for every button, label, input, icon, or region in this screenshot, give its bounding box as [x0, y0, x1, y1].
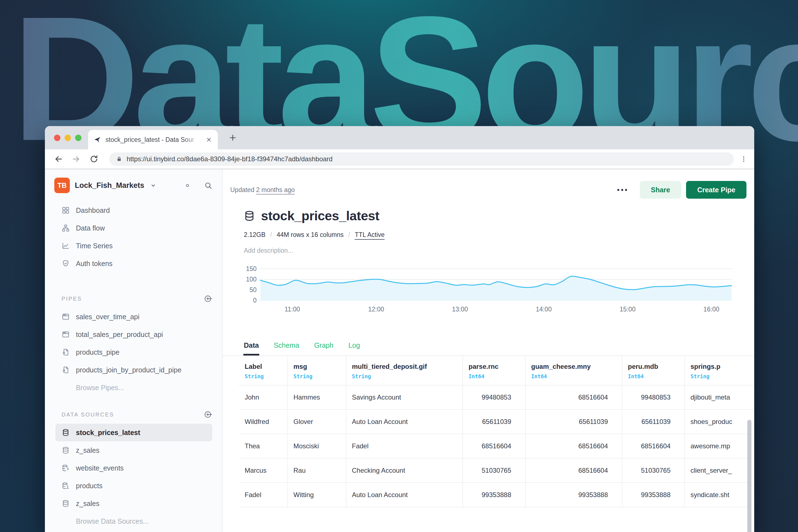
sidebar-item-auth-tokens[interactable]: Auth tokens — [45, 255, 222, 272]
table-cell: Witting — [288, 483, 346, 507]
size-stat: 2.12GB — [244, 231, 265, 239]
svg-text:12:00: 12:00 — [368, 306, 384, 313]
sidebar-item-data-flow[interactable]: Data flow — [45, 219, 222, 237]
column-header-guam_cheese.mny[interactable]: guam_cheese.mnyInt64 — [525, 356, 622, 385]
reload-icon[interactable] — [89, 154, 99, 164]
ttl-active-link[interactable]: TTL Active — [355, 231, 385, 240]
data-preview-table: LabelStringmsgStringmulti_tiered_deposit… — [239, 356, 754, 507]
sidebar-item-label: products_pipe — [76, 348, 119, 356]
section-title: DATA SOURCES — [61, 412, 204, 418]
column-header-parse.rnc[interactable]: parse.rncInt64 — [463, 356, 525, 385]
content-tabs: DataSchemaGraphLog — [244, 341, 754, 356]
updated-link[interactable]: 2 months ago — [256, 186, 294, 194]
browse-link[interactable]: Browse Data Sources... — [45, 512, 222, 530]
svg-text:150: 150 — [246, 265, 256, 272]
table-cell: Auto Loan Account — [346, 410, 463, 434]
column-header-peru.mdb[interactable]: peru.mdbInt64 — [622, 356, 685, 385]
time-series-icon — [61, 242, 70, 250]
sidebar-item-dashboard[interactable]: Dashboard — [45, 202, 222, 219]
tab-graph[interactable]: Graph — [314, 341, 333, 356]
svg-text:50: 50 — [249, 286, 256, 293]
column-header-springs.p[interactable]: springs.pString — [685, 356, 754, 385]
traffic-light-zoom-button[interactable] — [75, 135, 81, 141]
title-row: stock_prices_latest — [243, 208, 754, 223]
table-cell: 99353888 — [525, 483, 622, 507]
tab-log[interactable]: Log — [348, 341, 360, 356]
svg-text:0: 0 — [253, 297, 256, 304]
sidebar-nav: DashboardData flowTime SeriesAuth tokens — [45, 202, 222, 272]
sidebar: TB Lock_Fish_Markets DashboardData flowT… — [45, 169, 223, 532]
sidebar-item-website_events[interactable]: website_events — [45, 459, 222, 477]
table-row[interactable]: MarcusRauChecking Account510307656851660… — [239, 458, 754, 483]
column-type: Int64 — [469, 373, 525, 379]
column-type: String — [293, 373, 346, 379]
svg-text:14:00: 14:00 — [536, 306, 552, 313]
table-cell: djibouti_meta — [685, 385, 754, 410]
sidebar-item-stock_prices_latest[interactable]: stock_prices_latest — [55, 424, 212, 441]
table-cell: 99480853 — [463, 385, 525, 410]
browser-tab[interactable]: stock_prices_latest - Data Sour — [88, 130, 218, 149]
table-row[interactable]: WildfredGloverAuto Loan Account656110396… — [239, 410, 754, 434]
auth-tokens-shield-icon — [61, 259, 70, 268]
tab-data[interactable]: Data — [244, 341, 259, 356]
sidebar-item-sales_over_time_api[interactable]: sales_over_time_api — [45, 308, 222, 326]
table-cell: Rau — [288, 458, 346, 483]
tab-close-icon[interactable] — [206, 136, 212, 143]
sidebar-item-products_join_by_product_id_pipe[interactable]: products_join_by_product_id_pipe — [45, 361, 222, 379]
table-cell: Checking Account — [346, 458, 463, 483]
database-bolt-icon — [61, 464, 70, 472]
table-cell: Auto Loan Account — [346, 483, 463, 507]
sidebar-item-label: Dashboard — [76, 206, 110, 214]
sidebar-item-total_sales_per_product_api[interactable]: total_sales_per_product_api — [45, 326, 222, 343]
add-pipe-button[interactable] — [204, 294, 212, 303]
browse-link[interactable]: Browse Pipes... — [45, 379, 222, 397]
table-cell: Thea — [239, 434, 288, 458]
column-header-Label[interactable]: LabelString — [239, 356, 288, 385]
forward-icon[interactable] — [72, 154, 81, 164]
table-row[interactable]: FadelWittingAuto Loan Account99353888993… — [239, 483, 754, 507]
add-description-field[interactable]: Add description... — [244, 247, 754, 254]
sidebar-item-z_sales[interactable]: z_sales — [45, 495, 222, 512]
table-row[interactable]: JohnHammesSavings Account994808536851660… — [239, 385, 754, 410]
share-button[interactable]: Share — [640, 181, 681, 199]
sidebar-item-label: total_sales_per_product_api — [76, 330, 163, 339]
create-pipe-button[interactable]: Create Pipe — [686, 181, 746, 199]
chevron-down-icon[interactable] — [150, 182, 156, 189]
table-cell: Glover — [288, 410, 346, 434]
ingestion-rate-chart: 05010015011:0012:0013:0014:0015:0016:00 — [235, 264, 754, 315]
address-bar[interactable]: https://ui.tinybird.co/8dae6a-8309-84je-… — [109, 152, 734, 166]
sidebar-item-time-series[interactable]: Time Series — [45, 237, 222, 255]
traffic-light-close-button[interactable] — [54, 135, 60, 141]
search-icon[interactable] — [204, 181, 212, 190]
browser-menu-kebab-icon[interactable] — [740, 155, 747, 163]
table-cell: Fadel — [346, 434, 463, 458]
table-row[interactable]: TheaMosciskiFadel68516604685166046851660… — [239, 434, 754, 458]
tab-schema[interactable]: Schema — [274, 341, 299, 356]
gear-icon[interactable] — [183, 181, 192, 190]
sidebar-section: DATA SOURCESstock_prices_latestz_saleswe… — [45, 410, 222, 530]
new-tab-button[interactable] — [228, 133, 237, 142]
sidebar-item-label: Time Series — [76, 242, 113, 250]
add-data-source-button[interactable] — [204, 410, 212, 419]
table-cell: 51030765 — [463, 458, 525, 483]
svg-text:13:00: 13:00 — [452, 306, 468, 313]
database-icon — [61, 499, 70, 508]
url-text: https://ui.tinybird.co/8dae6a-8309-84je-… — [127, 155, 332, 163]
sidebar-item-label: website_events — [76, 464, 124, 472]
more-options-button[interactable] — [618, 181, 627, 199]
column-header-msg[interactable]: msgString — [288, 356, 346, 385]
table-cell: 68516604 — [622, 434, 685, 458]
sidebar-item-z_sales[interactable]: z_sales — [45, 441, 222, 459]
pipe-icon — [61, 366, 70, 374]
column-header-multi_tiered_deposit.gif[interactable]: multi_tiered_deposit.gifString — [346, 356, 463, 385]
workspace-name: Lock_Fish_Markets — [75, 181, 144, 190]
sidebar-item-products_pipe[interactable]: products_pipe — [45, 343, 222, 361]
table-cell: client_server_ — [685, 458, 754, 483]
back-icon[interactable] — [54, 154, 63, 164]
browser-tab-title: stock_prices_latest - Data Sour — [106, 136, 201, 144]
column-type: String — [245, 373, 287, 379]
table-scrollbar[interactable] — [747, 420, 752, 532]
traffic-light-minimize-button[interactable] — [64, 135, 71, 141]
workspace-row[interactable]: TB Lock_Fish_Markets — [45, 177, 222, 193]
sidebar-item-products[interactable]: products — [45, 477, 222, 495]
